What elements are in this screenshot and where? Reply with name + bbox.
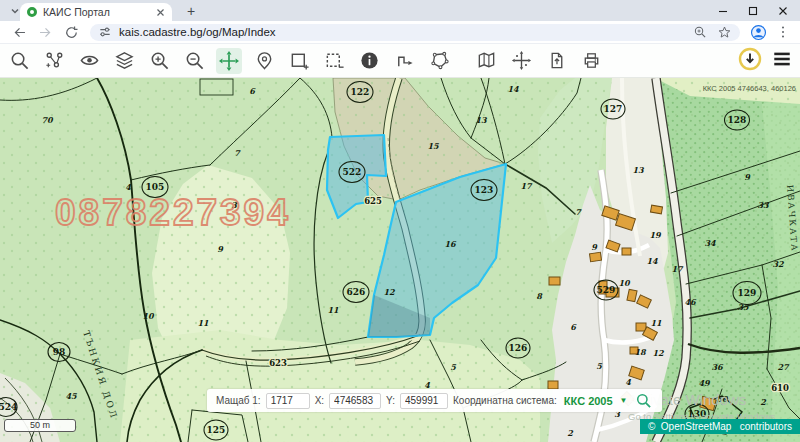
layers-icon [114, 50, 135, 71]
svg-text:14: 14 [507, 84, 519, 94]
close-button[interactable] [774, 4, 792, 18]
scale-label: Мащаб 1: [216, 395, 261, 406]
parcel-label: 126 [509, 343, 528, 353]
parcel-label: 128 [728, 115, 747, 125]
parcel-label: 529 [597, 285, 616, 295]
tool-search[interactable] [6, 48, 32, 74]
tool-info[interactable] [356, 48, 382, 74]
tool-zoom-out[interactable] [181, 48, 207, 74]
tool-clear-selection[interactable] [321, 48, 347, 74]
tool-basemap[interactable] [473, 48, 499, 74]
x-label: X: [315, 395, 324, 406]
minimize-button[interactable] [714, 4, 732, 18]
svg-text:625: 625 [364, 196, 382, 206]
map-status-bar: Мащаб 1: X: Y: Координатна система: ККС … [207, 389, 662, 412]
parcel-label: 522 [343, 167, 362, 177]
y-input[interactable] [400, 393, 448, 409]
tool-select-rectangle[interactable] [286, 48, 312, 74]
profile-avatar-icon[interactable] [750, 24, 767, 41]
tool-layer-visibility[interactable] [76, 48, 102, 74]
print-icon [581, 50, 602, 71]
zoom-indicator-icon[interactable] [693, 25, 707, 39]
menu-kebab-icon[interactable] [776, 25, 790, 39]
svg-text:46: 46 [684, 297, 697, 307]
tab-close-icon[interactable] [156, 8, 165, 17]
topology-icon [44, 50, 65, 71]
address-bar: kais.cadastre.bg/og/Map/Index [0, 21, 800, 44]
parcel-label: 524 [0, 402, 17, 412]
download-button[interactable] [738, 47, 762, 75]
hamburger-icon [772, 49, 792, 69]
svg-text:10: 10 [142, 311, 155, 321]
y-label: Y: [386, 395, 395, 406]
crs-caret-icon[interactable]: ▼ [620, 396, 628, 405]
svg-text:11: 11 [327, 305, 339, 315]
svg-text:12: 12 [383, 287, 396, 297]
reload-button[interactable] [61, 22, 81, 42]
parcel-label: 123 [475, 185, 494, 195]
svg-text:623: 623 [269, 358, 287, 368]
forward-icon [38, 25, 53, 40]
back-button[interactable] [9, 22, 29, 42]
svg-text:12: 12 [652, 348, 665, 358]
maximize-icon [748, 6, 758, 16]
clear-selection-icon [324, 50, 345, 71]
tool-zoom-in[interactable] [146, 48, 172, 74]
scale-input[interactable] [266, 393, 310, 409]
cadastral-map[interactable]: 122 105 522 123 626 126 127 128 129 98 1… [0, 78, 800, 442]
tool-pan[interactable] [216, 48, 242, 74]
search-icon [9, 50, 30, 71]
reload-icon [64, 25, 79, 40]
browser-tab[interactable]: КАИС Портал [20, 3, 172, 21]
svg-text:14: 14 [646, 256, 658, 266]
tool-print[interactable] [578, 48, 604, 74]
parcel-label: 122 [351, 87, 370, 97]
map-canvas[interactable]: 122 105 522 123 626 126 127 128 129 98 1… [0, 78, 800, 442]
site-favicon [27, 7, 37, 17]
layer-visibility-icon [79, 50, 100, 71]
tool-coordinates[interactable] [508, 48, 534, 74]
forward-button[interactable] [35, 22, 55, 42]
tool-topology[interactable] [41, 48, 67, 74]
location-pin-icon [254, 50, 275, 71]
zoom-in-icon [149, 50, 170, 71]
tool-location-pin[interactable] [251, 48, 277, 74]
osm-attribution[interactable]: © OpenStreetMap contributors [640, 419, 800, 434]
coordinates-search-button[interactable] [635, 392, 653, 410]
close-icon [778, 6, 788, 16]
tool-measure-polygon[interactable] [426, 48, 452, 74]
svg-text:45: 45 [65, 391, 77, 401]
download-circle-icon [738, 47, 762, 71]
basemap-icon [476, 50, 497, 71]
minimize-icon [718, 6, 728, 16]
tool-measure-line[interactable] [391, 48, 417, 74]
svg-text:4: 4 [125, 182, 131, 192]
tool-layers[interactable] [111, 48, 137, 74]
crs-select[interactable]: ККС 2005 [564, 395, 613, 407]
svg-text:27: 27 [777, 362, 790, 372]
svg-text:32: 32 [772, 259, 785, 269]
search-icon [635, 392, 652, 409]
bookmark-star-icon[interactable] [717, 25, 732, 40]
parcel-label: 129 [738, 288, 757, 298]
info-icon [359, 50, 380, 71]
site-info-icon[interactable] [98, 25, 112, 39]
svg-text:18: 18 [634, 347, 647, 357]
new-tab-button[interactable]: + [182, 2, 200, 20]
svg-text:5: 5 [596, 361, 602, 371]
parcel-label: 105 [146, 182, 165, 192]
svg-text:35: 35 [737, 302, 749, 312]
parcel-label: 125 [207, 425, 226, 435]
x-input[interactable] [329, 393, 381, 409]
tool-export[interactable] [543, 48, 569, 74]
svg-text:70: 70 [41, 115, 54, 125]
measure-line-icon [394, 50, 415, 71]
back-icon [12, 25, 27, 40]
maximize-button[interactable] [744, 4, 762, 18]
svg-text:50: 50 [716, 394, 729, 404]
menu-hamburger-button[interactable] [772, 49, 792, 73]
url-field[interactable]: kais.cadastre.bg/og/Map/Index [90, 24, 740, 41]
window-controls [714, 4, 792, 18]
tab-strip: КАИС Портал + [0, 0, 800, 21]
url-text[interactable]: kais.cadastre.bg/og/Map/Index [119, 26, 686, 38]
